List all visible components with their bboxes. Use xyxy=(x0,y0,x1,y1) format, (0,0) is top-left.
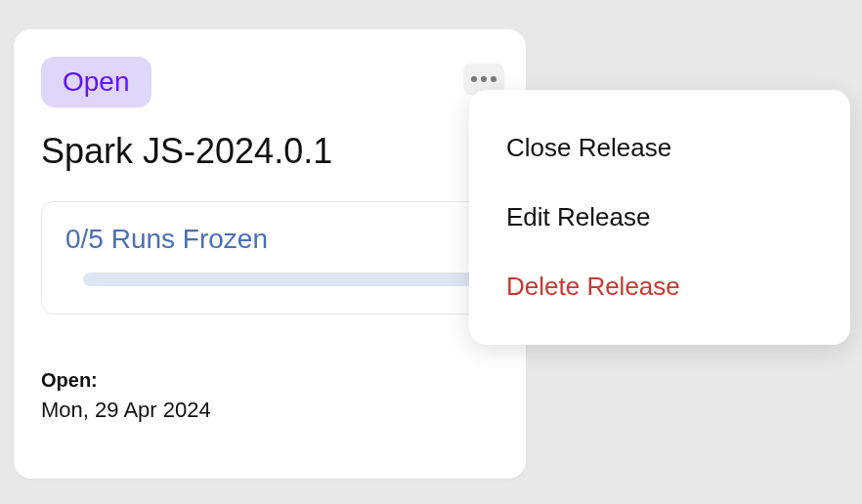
menu-item-delete-release[interactable]: Delete Release xyxy=(498,252,821,321)
context-menu: Close Release Edit Release Delete Releas… xyxy=(469,90,850,345)
release-title: Spark JS-2024.0.1 xyxy=(41,131,498,172)
menu-item-edit-release[interactable]: Edit Release xyxy=(498,183,821,252)
menu-item-close-release[interactable]: Close Release xyxy=(498,113,821,183)
status-badge: Open xyxy=(41,57,151,107)
runs-frozen-text: 0/5 Runs Frozen xyxy=(65,224,474,255)
open-date: Mon, 29 Apr 2024 xyxy=(41,398,498,423)
dot-icon xyxy=(471,76,477,82)
dot-icon xyxy=(481,76,487,82)
release-card: Open Spark JS-2024.0.1 0/5 Runs Frozen O… xyxy=(14,29,526,479)
runs-progress-bar xyxy=(83,273,492,286)
open-label: Open: xyxy=(41,369,498,392)
dot-icon xyxy=(491,76,496,82)
runs-panel[interactable]: 0/5 Runs Frozen xyxy=(41,201,498,315)
